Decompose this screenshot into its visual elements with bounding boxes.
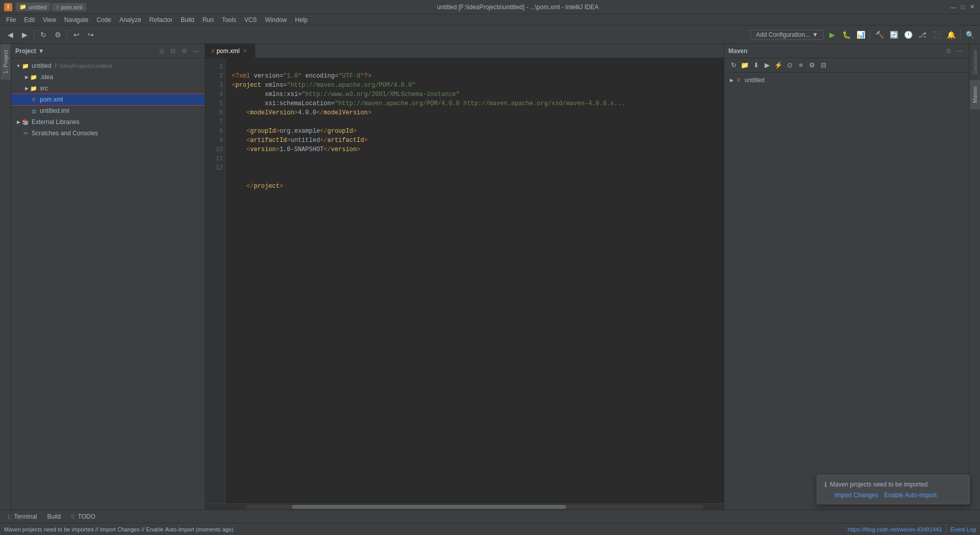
menu-navigate[interactable]: Navigate <box>60 15 92 25</box>
tab-todo[interactable]: 6: TODO <box>66 510 101 523</box>
locate-file-button[interactable]: ◎ <box>157 46 167 56</box>
add-config-chevron: ▼ <box>812 31 818 38</box>
forward-button[interactable]: ▶ <box>18 29 31 41</box>
title-tab-pom[interactable]: // pom.xml <box>52 3 86 11</box>
build-project-button[interactable]: 🔨 <box>873 29 886 41</box>
maven-profiles-button[interactable]: ≡ <box>796 60 806 70</box>
menu-analyze[interactable]: Analyze <box>115 15 145 25</box>
terminal-button[interactable]: ⬛ <box>930 29 943 41</box>
maven-root-arrow: ▶ <box>728 77 734 83</box>
menu-vcs[interactable]: VCS <box>240 15 261 25</box>
menu-code[interactable]: Code <box>92 15 115 25</box>
status-bar: Maven projects need to be imported // Im… <box>0 523 980 535</box>
title-bar-tabs: 📁 untitled // pom.xml <box>15 3 86 11</box>
menu-build[interactable]: Build <box>177 15 199 25</box>
project-tree: ▼ 📁 untitled F:\IdeaProjects\untitled ▶ … <box>11 58 205 509</box>
vcs-button[interactable]: 🔄 <box>888 29 900 41</box>
tree-scratches[interactable]: ▶ ✏ Scratches and Consoles <box>11 128 205 139</box>
panel-title: Project ▼ <box>15 47 44 55</box>
menu-help[interactable]: Help <box>291 15 312 25</box>
enable-auto-import-link[interactable]: Enable Auto-Import <box>884 492 937 499</box>
tree-pom-xml[interactable]: ▶ // pom.xml <box>11 94 205 105</box>
maximize-button[interactable]: □ <box>959 3 967 11</box>
toolbar-sep-4 <box>960 30 961 40</box>
tab-build[interactable]: Build <box>42 510 66 523</box>
maven-panel-header: Maven ⚙ — <box>724 44 969 58</box>
sidebar-tab-project[interactable]: 1: Project <box>1 44 11 80</box>
git-button[interactable]: ⎇ <box>916 29 928 41</box>
tree-root-untitled[interactable]: ▼ 📁 untitled F:\IdeaProjects\untitled <box>11 60 205 71</box>
editor-scrollbar[interactable] <box>205 503 724 509</box>
tree-scratches-label: Scratches and Consoles <box>32 130 98 137</box>
status-url[interactable]: https://blog.csdn.net/weixin-43491441 <box>848 526 942 532</box>
window-title: untitled [F:\IdeaProjects\untitled] - ..… <box>86 4 949 11</box>
bottom-tabs: 1: Terminal Build 6: TODO <box>0 509 980 523</box>
menu-file[interactable]: File <box>2 15 20 25</box>
panel-dropdown-icon[interactable]: ▼ <box>38 47 44 55</box>
todo-tab-num: 6: <box>71 514 76 520</box>
tree-iml-label: untitled.iml <box>40 107 69 114</box>
debug-button[interactable]: 🐛 <box>840 29 852 41</box>
event-log-link[interactable]: Event Log <box>950 526 976 532</box>
status-right: https://blog.csdn.net/weixin-43491441 Ev… <box>848 526 976 533</box>
tab-close-button[interactable]: ✕ <box>241 47 249 55</box>
maven-download-button[interactable]: ⬇ <box>751 60 761 70</box>
menu-run[interactable]: Run <box>199 15 218 25</box>
panel-header: Project ▼ ◎ ⊟ ⚙ — <box>11 44 205 58</box>
idea-arrow-icon: ▶ <box>23 74 30 80</box>
tree-src-label: src <box>40 85 48 92</box>
close-button[interactable]: ✕ <box>968 3 976 11</box>
maven-toolbar: ↻ 📁 ⬇ ▶ ⚡ ⊙ ≡ ⚙ ⊟ <box>724 58 969 72</box>
tab-terminal[interactable]: 1: Terminal <box>2 510 42 523</box>
menu-refactor[interactable]: Refactor <box>145 15 177 25</box>
maven-run-button[interactable]: ▶ <box>762 60 772 70</box>
import-changes-link[interactable]: Import Changes <box>835 492 878 499</box>
history-button[interactable]: 🕐 <box>902 29 914 41</box>
scrollbar-track[interactable] <box>246 505 703 509</box>
maven-tree-root[interactable]: ▶ // untitled <box>724 75 969 86</box>
tree-external-libraries[interactable]: ▶ 📚 External Libraries <box>11 116 205 128</box>
maven-refresh-button[interactable]: ↻ <box>728 60 739 70</box>
search-everywhere-button[interactable]: 🔍 <box>964 29 976 41</box>
sync-button[interactable]: ↻ <box>37 29 50 41</box>
profile-button[interactable]: 📊 <box>854 29 867 41</box>
src-arrow-icon: ▶ <box>23 85 30 91</box>
tree-iml-file[interactable]: ▶ ▤ untitled.iml <box>11 105 205 116</box>
scrollbar-thumb[interactable] <box>292 505 567 509</box>
toolbar-sep-1 <box>34 30 34 40</box>
tree-idea-folder[interactable]: ▶ 📁 .idea <box>11 71 205 83</box>
maven-toggle-button[interactable]: ⊙ <box>785 60 795 70</box>
maven-panel: Maven ⚙ — ↻ 📁 ⬇ ▶ ⚡ ⊙ ≡ ⚙ ⊟ ▶ // untitle… <box>724 44 969 509</box>
menu-edit[interactable]: Edit <box>20 15 39 25</box>
back-button[interactable]: ◀ <box>4 29 16 41</box>
sidebar-tab-maven[interactable]: Maven <box>970 80 980 109</box>
menu-tools[interactable]: Tools <box>218 15 240 25</box>
settings-button[interactable]: ⚙ <box>52 29 64 41</box>
code-editor[interactable]: 1 2 3 4 5 6 7 8 9 10 11 12 <?xml version… <box>205 58 724 503</box>
notification-actions: Import Changes Enable Auto-Import <box>824 492 962 499</box>
sidebar-tab-database[interactable]: Database <box>970 44 980 80</box>
tree-src-folder[interactable]: ▶ 📁 src <box>11 83 205 94</box>
notifications-button[interactable]: 🔔 <box>945 29 957 41</box>
editor-tab-pom[interactable]: // pom.xml ✕ <box>205 44 255 58</box>
code-content[interactable]: <?xml version="1.0" encoding="UTF-8"?> <… <box>226 58 724 503</box>
title-tab-untitled[interactable]: 📁 untitled <box>15 3 51 11</box>
notification-header: ℹ Maven projects need to be imported <box>824 480 962 489</box>
maven-minimize-button[interactable]: — <box>954 46 965 56</box>
add-configuration-button[interactable]: Add Configuration... ▼ <box>750 30 824 40</box>
maven-add-button[interactable]: 📁 <box>740 60 750 70</box>
maven-settings-button[interactable]: ⚙ <box>943 46 953 56</box>
panel-settings-button[interactable]: ⚙ <box>179 46 189 56</box>
maven-settings-btn2[interactable]: ⚙ <box>807 60 817 70</box>
run-button[interactable]: ▶ <box>826 29 838 41</box>
minimize-button[interactable]: — <box>949 3 958 11</box>
collapse-all-button[interactable]: ⊟ <box>168 46 178 56</box>
undo-button[interactable]: ↩ <box>70 29 83 41</box>
maven-collapse-btn[interactable]: ⊟ <box>818 60 828 70</box>
maven-skip-tests-button[interactable]: ⚡ <box>773 60 783 70</box>
menu-view[interactable]: View <box>39 15 60 25</box>
redo-button[interactable]: ↪ <box>85 29 97 41</box>
panel-minimize-button[interactable]: — <box>190 46 201 56</box>
window-controls: — □ ✕ <box>949 3 976 11</box>
menu-window[interactable]: Window <box>261 15 291 25</box>
